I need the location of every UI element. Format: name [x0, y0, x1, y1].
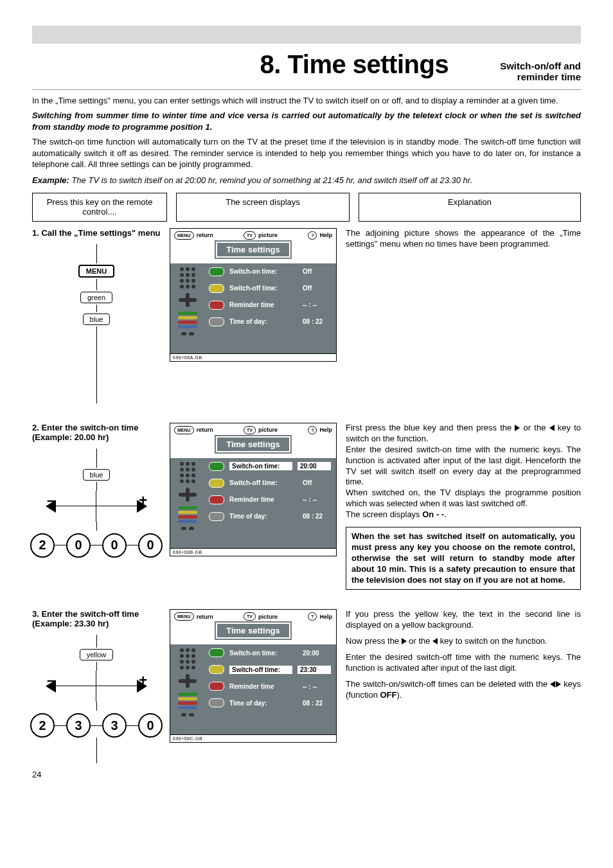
av-pill-icon [209, 698, 224, 707]
yellow-pill-icon [209, 665, 224, 674]
connector-line [96, 244, 97, 263]
step-1-title: 1. Call the „Time settings" menu [32, 228, 161, 238]
menu-key: MENU [78, 265, 114, 278]
connector-line [96, 326, 97, 403]
osd-top-bar: MENU return TV picture ? Help [170, 610, 336, 623]
left-arrow-icon [432, 638, 438, 644]
blue-key: blue [83, 314, 111, 325]
green-pill-icon [209, 462, 224, 471]
menu-pill-icon: MENU [174, 426, 194, 434]
osd-help: ? Help [308, 231, 332, 240]
left-right-arrow-icon [550, 679, 561, 689]
osd-footer-code: 696+08C-GB [170, 734, 336, 742]
step-2-remote-diagram: blue – + 2 0 0 0 [32, 448, 161, 558]
step-3-title: 3. Enter the switch-off time (Example: 2… [32, 609, 161, 628]
blue-key: blue [83, 469, 111, 481]
right-arrow-icon [402, 638, 407, 644]
tv-pill-icon: TV [244, 426, 256, 434]
step-1-remote-diagram: MENU green blue [32, 244, 161, 403]
connector-line [96, 305, 97, 312]
intro-paragraph-3: The switch-on time function will automat… [32, 136, 581, 170]
subtitle-line-1: Switch-on/off and [500, 60, 581, 71]
osd-top-bar: MENU return TV picture ? Help [170, 229, 336, 242]
osd-row-switch-on: Switch-on time: Off [205, 263, 336, 280]
osd-row-switch-on: Switch-on time: 20:00 [205, 458, 336, 475]
osd-picture: TV picture [244, 231, 278, 240]
digit-key: 0 [66, 533, 91, 558]
header-remote: Press this key on the remote control.... [32, 193, 167, 222]
digit-key: 0 [138, 713, 163, 738]
title-row: 8. Time settings Switch-on/off and remin… [32, 50, 581, 90]
digit-key: 3 [66, 713, 91, 738]
osd-row-time-of-day: Time of day: 08 : 22 [205, 314, 336, 330]
av-pill-icon [209, 512, 224, 521]
osd-row-switch-off: Switch-off time: Off [205, 280, 336, 297]
help-pill-icon: ? [308, 612, 317, 621]
help-pill-icon: ? [308, 426, 317, 434]
example-text: The TV is to switch itself on at 20:00 h… [69, 175, 472, 185]
connector-line [96, 635, 97, 648]
osd-row-time-of-day: Time of day: 08 : 22 [205, 695, 336, 711]
header-screen: The screen displays [176, 193, 350, 222]
green-pill-icon [209, 648, 224, 657]
step-2-explanation: First press the blue key and then press … [346, 423, 581, 590]
left-arrow-icon [549, 425, 555, 431]
digit-key: 0 [138, 533, 163, 558]
tv-pill-icon: TV [244, 612, 256, 621]
subtitle-line-2: reminder time [517, 71, 581, 82]
step-2-title: 2. Enter the switch-on time (Example: 20… [32, 423, 161, 442]
osd-title: Time settings [216, 623, 290, 639]
example-label: Example: [32, 175, 69, 185]
chapter-title: 8. Time settings [260, 50, 449, 79]
connector-line [96, 448, 97, 468]
green-key: green [80, 292, 112, 303]
connector-line [96, 738, 97, 763]
osd-row-reminder: Reminder time -- : -- [205, 297, 336, 314]
menu-pill-icon: MENU [174, 231, 194, 240]
red-pill-icon [209, 682, 224, 691]
digit-key: 3 [102, 713, 127, 738]
yellow-pill-icon [209, 284, 224, 293]
red-pill-icon [209, 301, 224, 310]
connector-line [96, 702, 97, 711]
osd-row-switch-on: Switch-on time: 20:00 [205, 644, 336, 661]
osd-step-2: MENU return TV picture ? Help Time setti… [170, 423, 337, 556]
step-3-remote-diagram: yellow – + 2 3 3 0 [32, 635, 161, 763]
osd-step-3: MENU return TV picture ? Help Time setti… [170, 609, 337, 743]
osd-step-1: MENU return TV picture ? Help Time setti… [170, 228, 337, 362]
digit-key: 2 [30, 713, 55, 738]
yellow-key: yellow [80, 649, 114, 660]
osd-mini-remote-icon [170, 458, 205, 548]
help-pill-icon: ? [308, 231, 317, 240]
connector-line [96, 482, 97, 491]
step-2: 2. Enter the switch-on time (Example: 20… [32, 423, 581, 590]
left-right-arrows: – + [42, 671, 151, 702]
digit-key: 0 [102, 533, 127, 558]
av-pill-icon [209, 317, 224, 326]
header-grey-bar [32, 26, 581, 44]
digit-keys-row: 2 0 0 0 [30, 533, 163, 558]
connector-line [96, 279, 97, 290]
connector-line [96, 662, 97, 671]
page-number: 24 [32, 770, 581, 779]
example-line: Example: The TV is to switch itself on a… [32, 175, 581, 185]
osd-row-time-of-day: Time of day: 08 : 22 [205, 508, 336, 525]
intro-paragraph-2: Switching from summer time to winter tim… [32, 110, 581, 132]
osd-return: MENU return [174, 231, 213, 240]
osd-footer-code: 696+08A-GB [170, 353, 336, 361]
step-1-explanation: The adjoining picture shows the appearan… [346, 228, 581, 403]
tv-pill-icon: TV [244, 231, 256, 240]
osd-row-reminder: Reminder time -- : -- [205, 492, 336, 508]
osd-mini-remote-icon [170, 644, 205, 734]
column-headers: Press this key on the remote control....… [32, 193, 581, 222]
osd-title: Time settings [216, 242, 290, 258]
header-explanation: Explanation [359, 193, 581, 222]
step-1: 1. Call the „Time settings" menu MENU gr… [32, 228, 581, 403]
osd-title: Time settings [216, 436, 290, 452]
osd-footer-code: 696+08B-GB [170, 548, 336, 556]
chapter-subtitle: Switch-on/off and reminder time [500, 60, 581, 83]
menu-pill-icon: MENU [174, 612, 194, 621]
left-right-arrows: – + [42, 491, 151, 522]
yellow-pill-icon [209, 479, 224, 488]
osd-row-switch-off: Switch-off time: 23:30 [205, 661, 336, 678]
